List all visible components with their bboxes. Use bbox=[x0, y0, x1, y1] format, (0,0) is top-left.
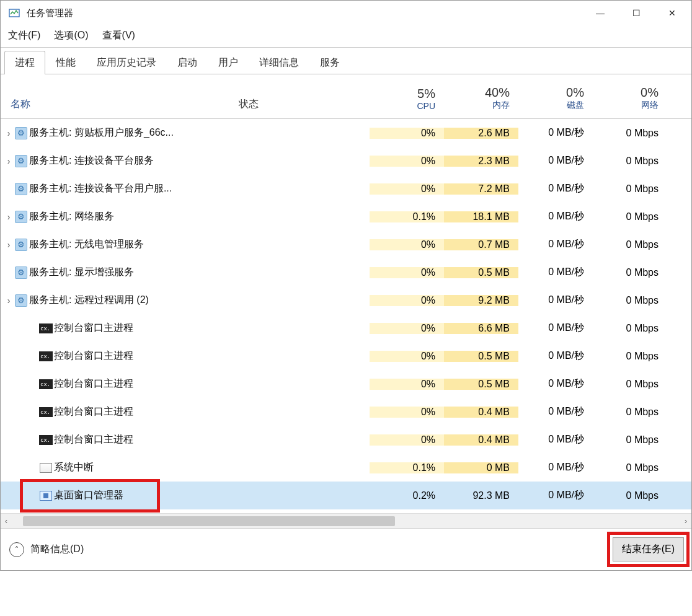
table-row[interactable]: › ⚙ 服务主机: 无线电管理服务 0% 0.7 MB 0 MB/秒 0 Mbp… bbox=[1, 231, 691, 258]
tab-performance[interactable]: 性能 bbox=[45, 51, 86, 74]
menu-options[interactable]: 选项(O) bbox=[54, 29, 88, 42]
mem-value: 0.7 MB bbox=[444, 239, 518, 250]
net-value: 0 Mbps bbox=[593, 434, 667, 446]
tab-users[interactable]: 用户 bbox=[208, 51, 249, 74]
cpu-value: 0.1% bbox=[370, 462, 444, 473]
scroll-thumb[interactable] bbox=[23, 516, 395, 526]
gear-icon: ⚙ bbox=[15, 239, 27, 251]
col-mem-header[interactable]: 40% 内存 bbox=[444, 86, 518, 118]
mem-value: 2.6 MB bbox=[444, 128, 518, 139]
expand-toggle[interactable]: › bbox=[1, 296, 13, 306]
scroll-right-arrow[interactable]: › bbox=[680, 517, 691, 526]
col-cpu-header[interactable]: 5% CPU bbox=[370, 87, 444, 118]
net-value: 0 Mbps bbox=[593, 211, 667, 222]
expand-toggle[interactable]: › bbox=[1, 240, 13, 250]
tab-startup[interactable]: 启动 bbox=[167, 51, 208, 74]
tab-processes[interactable]: 进程 bbox=[4, 51, 45, 74]
table-row[interactable]: cx. 控制台窗口主进程 0% 0.5 MB 0 MB/秒 0 Mbps bbox=[1, 370, 691, 398]
table-row[interactable]: cx. 控制台窗口主进程 0% 0.5 MB 0 MB/秒 0 Mbps bbox=[1, 342, 691, 370]
mem-value: 6.6 MB bbox=[444, 323, 518, 334]
net-value: 0 Mbps bbox=[593, 323, 667, 334]
cpu-value: 0% bbox=[370, 183, 444, 195]
fewer-details-button[interactable]: ˄ 简略信息(D) bbox=[9, 542, 84, 557]
process-name: 控制台窗口主进程 bbox=[54, 405, 236, 418]
mem-percent: 40% bbox=[485, 86, 510, 100]
menu-view[interactable]: 查看(V) bbox=[102, 29, 135, 42]
col-net-header[interactable]: 0% 网络 bbox=[593, 86, 667, 118]
process-name: 服务主机: 远程过程调用 (2) bbox=[29, 294, 236, 307]
menu-file[interactable]: 文件(F) bbox=[8, 29, 40, 42]
cpu-value: 0% bbox=[370, 434, 444, 446]
net-value: 0 Mbps bbox=[593, 490, 667, 501]
table-row[interactable]: › ⚙ 服务主机: 远程过程调用 (2) 0% 9.2 MB 0 MB/秒 0 … bbox=[1, 286, 691, 314]
process-table[interactable]: › ⚙ 服务主机: 剪贴板用户服务_66c... 0% 2.6 MB 0 MB/… bbox=[1, 119, 691, 513]
net-value: 0 Mbps bbox=[593, 295, 667, 306]
disk-label: 磁盘 bbox=[567, 100, 584, 111]
mem-value: 0 MB bbox=[444, 462, 518, 473]
table-row[interactable]: ⚙ 服务主机: 连接设备平台用户服... 0% 7.2 MB 0 MB/秒 0 … bbox=[1, 175, 691, 203]
col-name-header[interactable]: 名称 bbox=[1, 98, 236, 118]
expand-toggle[interactable]: › bbox=[1, 212, 13, 222]
tab-services[interactable]: 服务 bbox=[309, 51, 350, 74]
process-icon-cell: cx. bbox=[38, 351, 54, 361]
table-row[interactable]: › ⚙ 服务主机: 剪贴板用户服务_66c... 0% 2.6 MB 0 MB/… bbox=[1, 119, 691, 147]
tab-details[interactable]: 详细信息 bbox=[249, 51, 309, 74]
table-row[interactable]: › ⚙ 服务主机: 网络服务 0.1% 18.1 MB 0 MB/秒 0 Mbp… bbox=[1, 203, 691, 231]
horizontal-scrollbar[interactable]: ‹ › bbox=[1, 513, 691, 528]
cpu-value: 0.2% bbox=[370, 490, 444, 501]
scroll-left-arrow[interactable]: ‹ bbox=[1, 517, 12, 526]
end-task-button[interactable]: 结束任务(E) bbox=[613, 537, 684, 561]
process-icon-cell: ⚙ bbox=[13, 239, 29, 251]
mem-value: 0.4 MB bbox=[444, 434, 518, 446]
mem-value: 0.5 MB bbox=[444, 351, 518, 362]
minimize-button[interactable]: — bbox=[582, 1, 618, 25]
expand-toggle[interactable]: › bbox=[1, 156, 13, 166]
mem-value: 2.3 MB bbox=[444, 156, 518, 167]
gear-icon: ⚙ bbox=[15, 266, 27, 279]
cpu-label: CPU bbox=[417, 101, 435, 111]
table-row[interactable]: cx. 控制台窗口主进程 0% 0.4 MB 0 MB/秒 0 Mbps bbox=[1, 426, 691, 454]
column-header-row: 名称 状态 5% CPU 40% 内存 0% 磁盘 0% 网络 bbox=[1, 74, 691, 119]
process-icon-cell: cx. bbox=[38, 379, 54, 389]
disk-value: 0 MB/秒 bbox=[518, 405, 593, 418]
console-icon: cx. bbox=[39, 435, 53, 445]
console-icon: cx. bbox=[39, 323, 53, 333]
net-value: 0 Mbps bbox=[593, 183, 667, 195]
process-icon-cell: ⚙ bbox=[13, 211, 29, 223]
table-row[interactable]: ⚙ 服务主机: 显示增强服务 0% 0.5 MB 0 MB/秒 0 Mbps bbox=[1, 258, 691, 286]
disk-value: 0 MB/秒 bbox=[518, 322, 593, 335]
gear-icon: ⚙ bbox=[15, 211, 27, 223]
expand-toggle[interactable]: › bbox=[1, 128, 13, 138]
process-name: 控制台窗口主进程 bbox=[54, 377, 236, 390]
mem-value: 9.2 MB bbox=[444, 295, 518, 306]
disk-value: 0 MB/秒 bbox=[518, 238, 593, 251]
net-value: 0 Mbps bbox=[593, 156, 667, 167]
net-value: 0 Mbps bbox=[593, 351, 667, 362]
mem-value: 0.5 MB bbox=[444, 267, 518, 278]
process-name: 控制台窗口主进程 bbox=[54, 433, 236, 446]
disk-value: 0 MB/秒 bbox=[518, 489, 593, 502]
col-disk-header[interactable]: 0% 磁盘 bbox=[518, 86, 593, 118]
maximize-button[interactable]: ☐ bbox=[618, 1, 654, 25]
cpu-value: 0% bbox=[370, 351, 444, 362]
col-status-header[interactable]: 状态 bbox=[236, 98, 370, 118]
table-row[interactable]: cx. 控制台窗口主进程 0% 0.4 MB 0 MB/秒 0 Mbps bbox=[1, 398, 691, 426]
net-percent: 0% bbox=[641, 86, 659, 100]
table-row[interactable]: cx. 控制台窗口主进程 0% 6.6 MB 0 MB/秒 0 Mbps bbox=[1, 314, 691, 342]
disk-value: 0 MB/秒 bbox=[518, 210, 593, 223]
table-row[interactable]: › ⚙ 服务主机: 连接设备平台服务 0% 2.3 MB 0 MB/秒 0 Mb… bbox=[1, 147, 691, 175]
tab-bar: 进程 性能 应用历史记录 启动 用户 详细信息 服务 bbox=[1, 48, 691, 74]
process-icon-cell: cx. bbox=[38, 407, 54, 417]
table-row[interactable]: 桌面窗口管理器 0.2% 92.3 MB 0 MB/秒 0 Mbps bbox=[1, 482, 691, 509]
cpu-value: 0% bbox=[370, 156, 444, 167]
chevron-up-icon: ˄ bbox=[9, 542, 24, 557]
net-value: 0 Mbps bbox=[593, 379, 667, 390]
cpu-value: 0% bbox=[370, 323, 444, 334]
table-row[interactable]: 系统中断 0.1% 0 MB 0 MB/秒 0 Mbps bbox=[1, 454, 691, 482]
gear-icon: ⚙ bbox=[15, 155, 27, 167]
tab-app-history[interactable]: 应用历史记录 bbox=[86, 51, 167, 74]
process-name: 服务主机: 连接设备平台服务 bbox=[29, 154, 236, 167]
close-button[interactable]: ✕ bbox=[654, 1, 690, 25]
menubar: 文件(F) 选项(O) 查看(V) bbox=[1, 25, 691, 48]
disk-value: 0 MB/秒 bbox=[518, 266, 593, 279]
